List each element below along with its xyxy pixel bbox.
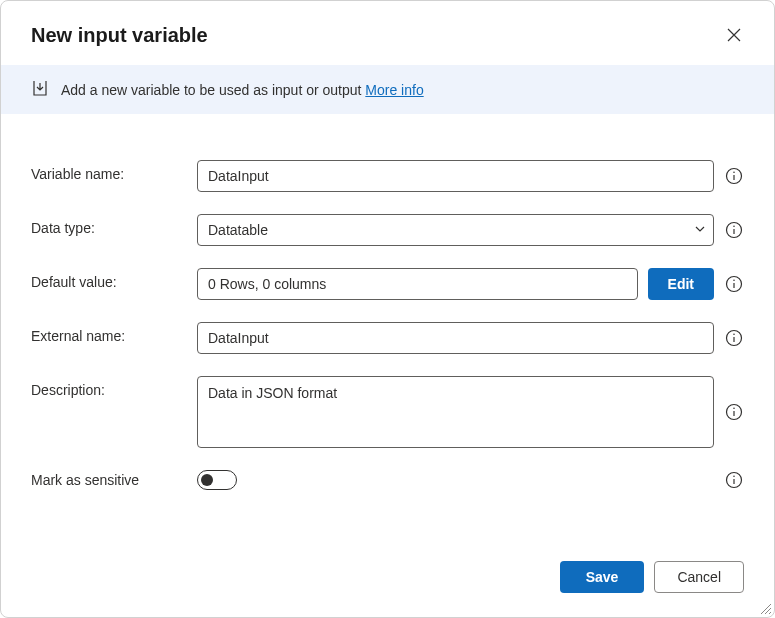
dialog-title: New input variable xyxy=(31,24,208,47)
row-variable-name: Variable name: xyxy=(31,160,744,192)
import-icon xyxy=(31,79,49,100)
close-icon xyxy=(727,28,741,42)
label-data-type: Data type: xyxy=(31,214,181,236)
row-description: Description: xyxy=(31,376,744,448)
new-input-variable-dialog: New input variable Add a new variable to… xyxy=(0,0,775,618)
info-icon[interactable] xyxy=(724,470,744,490)
row-data-type: Data type: xyxy=(31,214,744,246)
banner-message: Add a new variable to be used as input o… xyxy=(61,82,365,98)
form-body: Variable name: Data type: xyxy=(1,114,774,545)
sensitive-toggle[interactable] xyxy=(197,470,237,490)
description-input[interactable] xyxy=(197,376,714,448)
label-default-value: Default value: xyxy=(31,268,181,290)
dialog-footer: Save Cancel xyxy=(1,545,774,617)
svg-point-14 xyxy=(733,407,735,409)
more-info-link[interactable]: More info xyxy=(365,82,423,98)
row-sensitive: Mark as sensitive xyxy=(31,470,744,490)
info-icon[interactable] xyxy=(724,220,744,240)
label-variable-name: Variable name: xyxy=(31,160,181,182)
row-default-value: Default value: 0 Rows, 0 columns Edit xyxy=(31,268,744,300)
close-button[interactable] xyxy=(718,19,750,51)
banner-text: Add a new variable to be used as input o… xyxy=(61,82,424,98)
edit-default-button[interactable]: Edit xyxy=(648,268,714,300)
svg-point-11 xyxy=(733,333,735,335)
svg-point-8 xyxy=(733,279,735,281)
label-description: Description: xyxy=(31,376,181,398)
toggle-thumb xyxy=(201,474,213,486)
info-icon[interactable] xyxy=(724,402,744,422)
svg-point-2 xyxy=(733,171,735,173)
info-banner: Add a new variable to be used as input o… xyxy=(1,65,774,114)
label-external-name: External name: xyxy=(31,322,181,344)
save-button[interactable]: Save xyxy=(560,561,645,593)
variable-name-input[interactable] xyxy=(197,160,714,192)
cancel-button[interactable]: Cancel xyxy=(654,561,744,593)
label-sensitive: Mark as sensitive xyxy=(31,472,181,488)
info-icon[interactable] xyxy=(724,328,744,348)
info-icon[interactable] xyxy=(724,166,744,186)
dialog-header: New input variable xyxy=(1,1,774,65)
svg-point-17 xyxy=(733,475,735,477)
data-type-select[interactable] xyxy=(197,214,714,246)
external-name-input[interactable] xyxy=(197,322,714,354)
info-icon[interactable] xyxy=(724,274,744,294)
default-value-display: 0 Rows, 0 columns xyxy=(197,268,638,300)
row-external-name: External name: xyxy=(31,322,744,354)
svg-point-5 xyxy=(733,225,735,227)
